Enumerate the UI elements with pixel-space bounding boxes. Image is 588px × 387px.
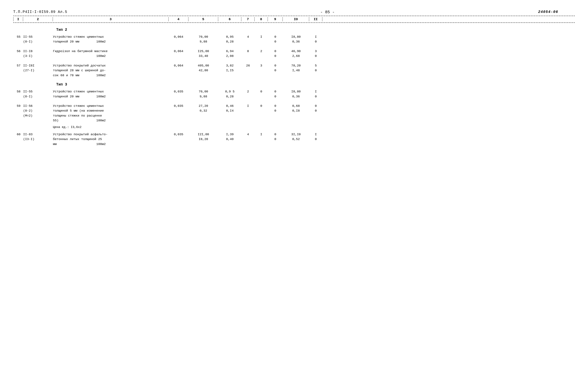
data-row-1-2: 60ІІ-83 (І3-І)Устройство покрытий асфаль…: [13, 132, 575, 147]
col-cat: I: [255, 132, 268, 137]
header-left: Т.П.Р4ІІ-І-0І59.89 Ал.5: [13, 10, 67, 14]
col-cat: 0: [255, 104, 268, 108]
col-total: 3I,I0 0,52: [283, 132, 309, 142]
col-header-4: 4: [169, 17, 189, 21]
col-col9: 0 0: [268, 132, 283, 142]
col-col9: 0 0: [268, 63, 283, 73]
col-col11: I 0: [309, 132, 322, 142]
col-col11: I 0: [309, 35, 322, 44]
section-title-0: Тип 2: [56, 28, 575, 32]
col-coeff: 0,064: [169, 63, 189, 68]
col-header-6: 6: [218, 17, 241, 21]
sub-note-1-1: Цена ед.: I3,6х2: [53, 125, 575, 129]
col-header-8: 8: [255, 17, 268, 21]
col-code: ІІ-83 (І3-І): [23, 132, 53, 142]
data-row-1-0: 58ІІ-55 (8-І)Устройство стяжек цементных…: [13, 89, 575, 99]
page-header: Т.П.Р4ІІ-І-0І59.89 Ал.5 - 85 - 24054-06: [13, 10, 575, 14]
col-num: 58: [13, 89, 23, 94]
header-center: - 85 -: [320, 10, 335, 14]
col-num: 56: [13, 49, 23, 54]
column-header-row: I 2 3 4 5 6 7 8 9 IO II: [13, 16, 575, 23]
data-row-0-0: 55ІІ-55 (8-І)Устройство стяжек цементных…: [13, 35, 575, 44]
col-cat: 0: [255, 89, 268, 94]
data-row-0-1: 56ІІ-І8 (3-І)Гидроізол на битумной масти…: [13, 49, 575, 59]
col-desc: Устройство стяжек цементных толщиной 5 м…: [53, 104, 169, 123]
col-num: 55: [13, 35, 23, 39]
col-coeff: 0,035: [169, 89, 189, 94]
col-header-11: II: [309, 17, 322, 21]
col-cat: 2: [255, 49, 268, 54]
col-desc: Устройство стяжек цементных толщиной 20 …: [53, 89, 169, 99]
content-area: Тип 255ІІ-55 (8-І)Устройство стяжек цеме…: [13, 28, 575, 147]
col-price: 70,00 9,88: [189, 35, 218, 44]
col-labor: 0,9 5 0,28: [218, 89, 241, 99]
col-total: 78,20 I,48: [283, 63, 309, 73]
col-header-7: 7: [241, 17, 255, 21]
col-labor: 6,94 2,08: [218, 49, 241, 59]
col-code: ІІ-56 (8-2) (М=2): [23, 104, 53, 118]
header-right: 24054-06: [538, 10, 558, 14]
col-col11: 5 0: [309, 63, 322, 73]
col-num: 59: [13, 104, 23, 108]
col-code: ІІ-І8І (27-І): [23, 63, 53, 73]
col-total: 0,68 0,I8: [283, 104, 309, 113]
col-mach: 26: [241, 63, 255, 68]
col-desc: Устройство покрытий асфальто- бетонных л…: [53, 132, 169, 147]
col-desc: Устройство стяжек цементных толщиной 20 …: [53, 35, 169, 44]
col-desc: Устройство покрытий досчатых толщиной 28…: [53, 63, 169, 78]
col-col9: 0 0: [268, 35, 283, 44]
col-header-2: 2: [23, 17, 53, 21]
col-coeff: 0,064: [169, 49, 189, 54]
section-title-1: Тип 3: [56, 82, 575, 87]
col-price: 405,00 42,80: [189, 63, 218, 73]
col-header-5: 5: [189, 17, 218, 21]
col-num: 60: [13, 132, 23, 137]
col-price: I25,00 33,40: [189, 49, 218, 59]
col-header-10: IO: [283, 17, 309, 21]
col-col9: 0 0: [268, 89, 283, 99]
col-cat: I: [255, 35, 268, 39]
col-col9: 0 0: [268, 49, 283, 59]
col-total: 46,90 2,68: [283, 49, 309, 59]
col-cat: 3: [255, 63, 268, 68]
col-col11: 0 0: [309, 104, 322, 113]
col-desc: Гидроізол на битумной мастике 100м2: [53, 49, 169, 59]
col-header-1: I: [13, 17, 23, 21]
col-coeff: 0,035: [169, 132, 189, 137]
data-row-1-1: 59ІІ-56 (8-2) (М=2)Устройство стяжек цем…: [13, 104, 575, 123]
col-code: ІІ-55 (8-І): [23, 35, 53, 44]
col-mach: 2: [241, 89, 255, 94]
col-mach: 4: [241, 132, 255, 137]
data-row-0-2: 57ІІ-І8І (27-І)Устройство покрытий досча…: [13, 63, 575, 78]
col-total: I8,80 0,36: [283, 35, 309, 44]
col-total: I8,80 0,36: [283, 89, 309, 99]
col-code: ІІ-55 (8-І): [23, 89, 53, 99]
col-header-3: 3: [53, 17, 169, 21]
col-labor: I,39 0,40: [218, 132, 241, 142]
col-code: ІІ-І8 (3-І): [23, 49, 53, 59]
col-price: 27,20 0,32: [189, 104, 218, 113]
col-mach: I: [241, 104, 255, 108]
col-price: I2I,00 I8,20: [189, 132, 218, 142]
col-labor: 0,46 0,I4: [218, 104, 241, 113]
col-num: 57: [13, 63, 23, 68]
col-mach: 4: [241, 35, 255, 39]
col-mach: 8: [241, 49, 255, 54]
col-coeff: 0,035: [169, 104, 189, 108]
col-labor: 0,95 0,28: [218, 35, 241, 44]
col-coeff: 0,064: [169, 35, 189, 39]
col-price: 70,00 9,88: [189, 89, 218, 99]
col-col11: 3 0: [309, 49, 322, 59]
col-header-9: 9: [268, 17, 283, 21]
col-col9: 0 0: [268, 104, 283, 113]
col-col11: I 0: [309, 89, 322, 99]
col-labor: 3,82 I,I5: [218, 63, 241, 73]
